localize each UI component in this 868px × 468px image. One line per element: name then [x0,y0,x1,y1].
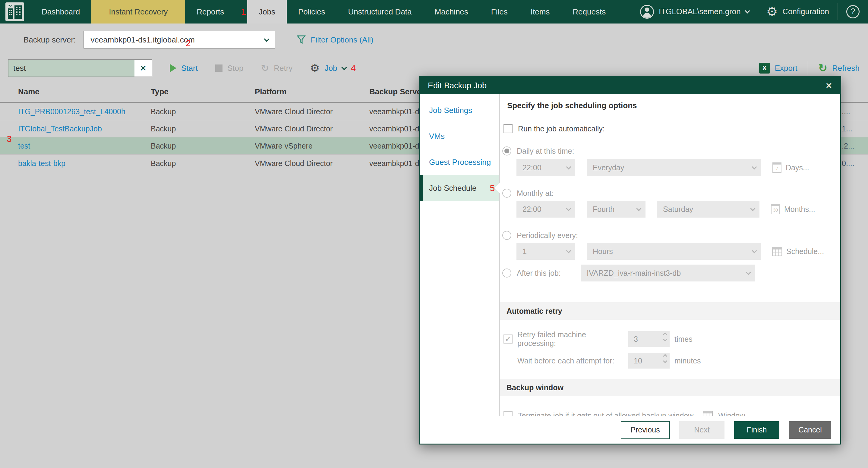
nav-item-requests[interactable]: Requests [561,0,617,24]
column-header-type[interactable]: Type [151,87,252,96]
wait-minutes-spinner[interactable]: 10 [628,353,670,369]
tab-job-schedule-label: Job Schedule [429,183,477,193]
calendar-icon: 7 [772,162,781,173]
truncated-cell: 1... [842,125,852,133]
after-job-radio[interactable] [502,268,512,277]
days-label: Days... [786,163,809,172]
nav-item-files[interactable]: Files [480,0,519,24]
after-job-row: After this job: IVARZD_iva-r-main-inst3-… [500,264,840,282]
after-job-select[interactable]: IVARZD_iva-r-main-inst3-db [581,265,755,281]
close-icon[interactable]: ✕ [826,81,832,91]
user-menu[interactable]: ITGLOBAL\semen.gron [632,5,758,19]
column-header-name[interactable]: Name [18,87,148,96]
job-platform: VMware Cloud Director [255,159,366,168]
configuration-button[interactable]: ⚙ Configuration [758,5,838,19]
job-name-link[interactable]: test [18,142,148,151]
retry-times-spinner[interactable]: 3 [628,331,670,347]
job-platform: VMware Cloud Director [255,125,366,133]
terminate-checkbox[interactable] [503,411,513,416]
nav-item-items[interactable]: Items [519,0,561,24]
retry-icon: ↻ [261,63,269,73]
refresh-label: Refresh [832,64,860,73]
chevron-down-icon [566,164,571,169]
daily-time-value: 22:00 [523,163,541,172]
daily-controls: 22:00 Everyday 7 Days... [500,159,840,176]
chevron-down-icon [745,8,750,13]
spinner-arrows-icon[interactable] [663,355,666,363]
nav-item-instant-recovery[interactable]: Instant Recovery [91,0,185,24]
monthly-time-select[interactable]: 22:00 [517,201,575,218]
next-button-disabled[interactable]: Next [679,421,724,439]
start-button[interactable]: Start [170,64,198,73]
chevron-down-icon [637,206,642,211]
export-button[interactable]: X Export [759,63,798,73]
spinner-arrows-icon[interactable] [663,333,666,341]
refresh-button[interactable]: ↻ Refresh [818,63,860,73]
search-input[interactable] [8,60,134,76]
daily-day-select[interactable]: Everyday [587,159,761,176]
job-menu-button[interactable]: ⚙ Job 4 [310,63,356,73]
filter-options-button[interactable]: Filter Options (All) [297,35,373,44]
app-logo-icon[interactable] [5,2,24,21]
period-unit-select[interactable]: Hours [587,243,761,260]
help-button[interactable]: ? [838,5,868,19]
periodically-controls: 1 Hours Schedule... [500,243,840,260]
run-automatically-label: Run the job automatically: [518,125,605,133]
monthly-day-value: Saturday [663,205,693,214]
truncated-cell: .... [842,107,850,116]
retry-label: Retry [274,64,292,73]
period-value-select[interactable]: 1 [517,243,575,260]
schedule-button[interactable]: Schedule... [772,247,824,256]
search-box: ✕ [8,59,152,77]
dialog-tabs: Job Settings VMs Guest Processing Job Sc… [420,94,500,416]
cancel-button[interactable]: Cancel [789,421,831,439]
stop-button[interactable]: Stop [215,64,244,73]
nav-item-machines[interactable]: Machines [423,0,480,24]
monthly-day-select[interactable]: Saturday [657,201,760,218]
filter-options-label: Filter Options (All) [311,35,373,44]
daily-day-value: Everyday [593,163,624,172]
daily-time-select[interactable]: 22:00 [517,159,575,176]
daily-radio[interactable] [502,146,512,156]
backup-server-select[interactable]: veeambkp01-ds1.itglobal.com [84,31,275,48]
annotation-5: 5 [490,183,495,193]
chevron-down-icon [752,248,757,253]
run-automatically-checkbox[interactable] [503,124,513,133]
nav-item-policies[interactable]: Policies [287,0,337,24]
periodically-radio[interactable] [502,231,512,240]
nav-item-unstructured-data[interactable]: Unstructured Data [337,0,423,24]
job-label: Job [325,64,337,73]
excel-icon: X [759,63,770,73]
search-clear-button[interactable]: ✕ [134,60,152,76]
previous-button[interactable]: Previous [621,421,670,439]
job-platform: VMware Cloud Director [255,107,366,116]
truncated-cell: .2... [842,142,855,151]
schedule-heading: Specify the job scheduling options [507,99,833,113]
nav-item-reports[interactable]: Reports [185,0,236,24]
finish-button[interactable]: Finish [734,421,779,439]
gear-icon: ⚙ [766,5,778,18]
nav-item-dashboard[interactable]: Dashboard [30,0,91,24]
divider [808,61,808,75]
window-grid-icon [703,411,713,416]
tab-job-settings[interactable]: Job Settings [420,97,499,123]
period-value: 1 [523,247,527,256]
job-name-link[interactable]: bakla-test-bkp [18,159,148,168]
column-header-platform[interactable]: Platform [255,87,366,96]
months-button[interactable]: 30 Months... [771,204,815,214]
terminate-label: Terminate job if it gets out of allowed … [518,411,693,416]
job-type: Backup [151,142,252,151]
nav-item-jobs[interactable]: Jobs [247,0,287,24]
job-name-link[interactable]: ITGlobal_TestBackupJob [18,125,148,133]
tab-job-schedule[interactable]: Job Schedule 5 [420,175,499,201]
retry-checkbox-checked[interactable]: ✓ [503,334,513,343]
retry-button[interactable]: ↻ Retry [261,63,292,73]
tab-guest-processing[interactable]: Guest Processing [420,149,499,175]
tab-vms[interactable]: VMs [420,123,499,149]
job-name-link[interactable]: ITG_PRB0001263_test_L4000h [18,107,148,116]
monthly-radio[interactable] [502,189,512,198]
chevron-down-icon [264,36,270,42]
window-label[interactable]: Window... [718,411,751,416]
days-button[interactable]: 7 Days... [772,162,809,173]
monthly-week-select[interactable]: Fourth [587,201,646,218]
